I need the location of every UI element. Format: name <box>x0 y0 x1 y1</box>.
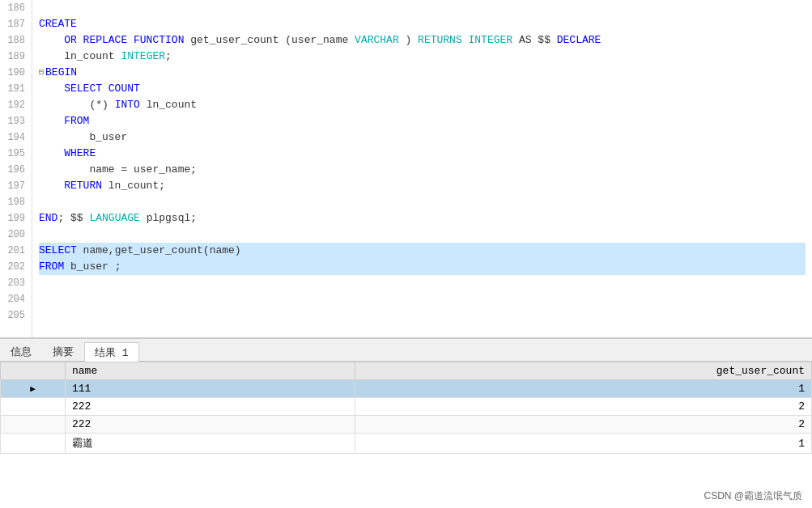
table-row[interactable]: 2222 <box>1 416 812 434</box>
code-line: SELECT name,get_user_count(name) <box>39 243 806 259</box>
line-numbers: 1861871881891901911921931941951961971981… <box>0 0 32 337</box>
code-editor: 1861871881891901911921931941951961971981… <box>0 0 812 338</box>
tab-摘要[interactable]: 摘要 <box>42 341 84 361</box>
code-line: (*) INTO ln_count <box>39 97 806 113</box>
table-cell: 222 <box>66 416 355 434</box>
code-line: ln_count INTEGER; <box>39 49 806 65</box>
table-cell: 霸道 <box>66 434 355 454</box>
code-line: name = user_name; <box>39 162 806 178</box>
code-line: CREATE <box>39 16 806 32</box>
code-line: FROM <box>39 113 806 129</box>
code-line: FROM b_user ; <box>39 259 806 275</box>
tab-结果 1[interactable]: 结果 1 <box>84 342 139 362</box>
bottom-panel: 信息摘要结果 1 nameget_user_count▶111122222222… <box>0 338 812 508</box>
row-indicator <box>1 434 66 454</box>
table-row[interactable]: 霸道1 <box>1 434 812 454</box>
code-line: OR REPLACE FUNCTION get_user_count (user… <box>39 32 806 49</box>
tab-信息[interactable]: 信息 <box>0 341 42 361</box>
code-line: RETURN ln_count; <box>39 178 806 194</box>
code-line <box>39 275 806 291</box>
code-line <box>39 307 806 324</box>
code-line: WHERE <box>39 146 806 162</box>
code-line: b_user <box>39 129 806 146</box>
table-cell: 2 <box>355 416 811 434</box>
code-line: ⊟BEGIN <box>39 65 806 81</box>
table-cell: 1 <box>355 434 811 454</box>
row-indicator <box>1 398 66 416</box>
col-header-name: name <box>66 362 355 380</box>
row-indicator: ▶ <box>1 380 66 398</box>
results-table: nameget_user_count▶111122222222霸道1 <box>0 362 812 454</box>
row-indicator <box>1 416 66 434</box>
code-lines[interactable]: CREATE OR REPLACE FUNCTION get_user_coun… <box>32 0 812 337</box>
table-row[interactable]: 2222 <box>1 398 812 416</box>
code-line <box>39 291 806 307</box>
table-cell: 222 <box>66 398 355 416</box>
table-cell: 111 <box>66 380 355 398</box>
code-line: SELECT COUNT <box>39 81 806 97</box>
tabs-bar: 信息摘要结果 1 <box>0 339 812 362</box>
results-area: nameget_user_count▶111122222222霸道1 <box>0 362 812 508</box>
table-row[interactable]: ▶1111 <box>1 380 812 398</box>
code-line <box>39 194 806 210</box>
code-line <box>39 0 806 16</box>
table-cell: 1 <box>355 380 811 398</box>
code-line <box>39 226 806 243</box>
table-cell: 2 <box>355 398 811 416</box>
code-line: END; $$ LANGUAGE plpgsql; <box>39 210 806 226</box>
watermark: CSDN @霸道流氓气质 <box>704 489 802 503</box>
col-header-get_user_count: get_user_count <box>355 362 811 380</box>
